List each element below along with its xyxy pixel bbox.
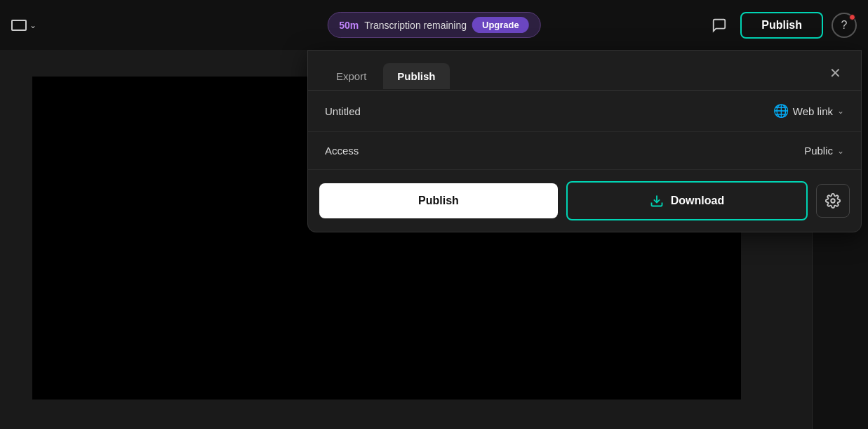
access-value: Public [804, 145, 833, 157]
download-icon [650, 194, 664, 208]
web-link-selector[interactable]: 🌐 Web link ⌄ [773, 103, 844, 119]
aspect-ratio-selector[interactable]: ⌄ [11, 20, 36, 31]
transcription-minutes: 50m [339, 20, 359, 31]
download-label: Download [671, 194, 724, 207]
globe-icon: 🌐 [773, 103, 789, 119]
close-button[interactable]: ✕ [824, 62, 847, 84]
chat-button[interactable] [707, 13, 732, 38]
aspect-rect-icon [11, 20, 27, 31]
settings-button[interactable] [816, 184, 850, 218]
access-row: Access Public ⌄ [308, 132, 861, 170]
topbar-center: 50m Transcription remaining Upgrade [327, 12, 541, 38]
panel-tabs: Export Publish ✕ [308, 51, 861, 91]
notification-wrap: ? [832, 13, 857, 38]
chat-icon [712, 18, 727, 33]
svg-point-1 [831, 199, 835, 203]
notification-dot [849, 14, 855, 20]
web-link-chevron-icon: ⌄ [837, 106, 844, 116]
access-selector[interactable]: Public ⌄ [804, 145, 844, 157]
main-area: / Scene Layer Export Publish ✕ Untitled … [0, 50, 868, 429]
topbar: ⌄ 50m Transcription remaining Upgrade Pu… [0, 0, 868, 50]
topbar-left: ⌄ [11, 20, 36, 31]
popup-panel: Export Publish ✕ Untitled 🌐 Web link ⌄ A… [307, 50, 862, 232]
panel-actions: Publish Download [308, 170, 861, 232]
publish-button[interactable]: Publish [319, 183, 558, 218]
publish-header-button[interactable]: Publish [740, 12, 823, 39]
transcription-pill: 50m Transcription remaining Upgrade [327, 12, 541, 38]
access-label: Access [325, 145, 359, 157]
tab-export[interactable]: Export [322, 63, 380, 89]
upgrade-button[interactable]: Upgrade [472, 17, 529, 33]
topbar-right: Publish ? [707, 12, 857, 39]
web-link-label: Web link [793, 105, 833, 117]
title-row: Untitled 🌐 Web link ⌄ [308, 91, 861, 132]
tab-publish[interactable]: Publish [383, 63, 449, 89]
access-chevron-icon: ⌄ [837, 146, 844, 156]
aspect-chevron-icon: ⌄ [29, 20, 36, 30]
download-button[interactable]: Download [566, 181, 808, 220]
title-label: Untitled [325, 105, 361, 117]
transcription-text: Transcription remaining [364, 20, 467, 31]
settings-icon [825, 193, 841, 209]
